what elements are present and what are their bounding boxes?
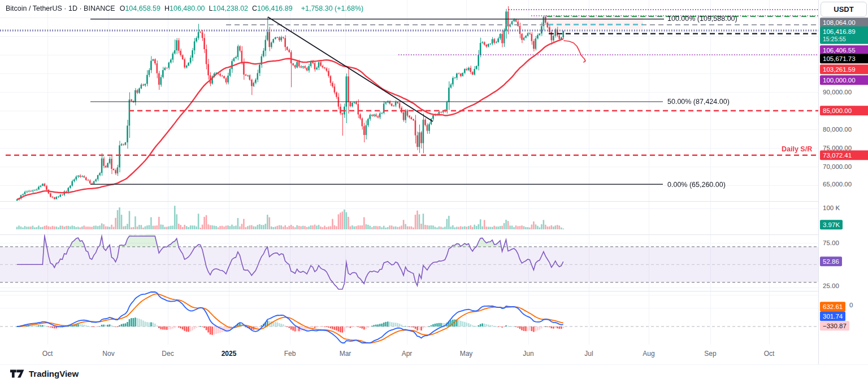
axis-label: 90,000.00 (823, 89, 852, 95)
tradingview-logo-text: TradingView (29, 369, 79, 378)
price-badge: 632.61 (820, 302, 845, 311)
ohlc-values: O104,658.59H106,480.00L104,238.02C106,41… (120, 5, 297, 12)
footer-bar: TradingView (0, 364, 868, 383)
price-badge: 3.97K (820, 220, 843, 229)
axis-label: 100 K (823, 204, 840, 211)
tradingview-chart-window: Bitcoin / TetherUS · 1D · BINANCE O104,6… (0, 0, 868, 383)
fib-level-label: 0.00% (65,260.00) (667, 181, 726, 189)
time-axis-label: Aug (643, 350, 654, 358)
time-axis-label: 2025 (222, 350, 237, 358)
axis-label: 80,000.00 (823, 126, 852, 133)
axis-label: 25.00 (823, 282, 839, 289)
ohlc-item: C106,416.89 (252, 5, 293, 12)
symbol-title[interactable]: Bitcoin / TetherUS · 1D · BINANCE (6, 5, 115, 12)
time-axis-label: Nov (102, 350, 114, 358)
price-badge: 301.74 (820, 311, 845, 321)
time-axis-label: Apr (402, 350, 413, 358)
ohlc-item: O104,658.59 (120, 5, 160, 12)
time-axis-label: Mar (340, 350, 351, 358)
time-axis-label: Oct (42, 350, 53, 358)
chart-canvas[interactable] (0, 0, 868, 383)
time-axis-label: Oct (764, 350, 775, 358)
exchange-label: BINANCE (84, 5, 115, 12)
price-badge: 106,416.8915:25:55 (820, 27, 868, 44)
time-axis-label: Dec (162, 350, 173, 358)
time-axis-label: Jun (523, 350, 533, 358)
price-badge: 52.86 (820, 256, 842, 266)
ohlc-item: H106,480.00 (164, 5, 205, 12)
price-badge: −330.87 (820, 321, 849, 330)
axis-label: 0 (849, 302, 853, 308)
price-badge: 100,000.00 (820, 75, 868, 85)
fib-level-label: 100.00% (109,588.00) (667, 15, 737, 23)
price-scale[interactable]: 90,000.0080,000.0075,000.0070,000.0065,0… (818, 0, 868, 364)
tradingview-logo-icon (10, 369, 25, 378)
axis-label: 70,000.00 (823, 163, 852, 170)
daily-sr-label: Daily S/R (782, 145, 812, 153)
tradingview-logo[interactable]: TradingView (10, 369, 79, 378)
currency-toggle-button[interactable]: USDT (821, 2, 867, 17)
ohlc-item: L104,238.02 (209, 5, 249, 12)
price-badge: 103,261.59 (820, 64, 868, 74)
fib-level-label: 50.00% (87,424.00) (667, 98, 730, 106)
price-badge: 105,671.73 (820, 54, 868, 63)
axis-label: 75.00 (823, 240, 839, 246)
chart-legend: Bitcoin / TetherUS · 1D · BINANCE O104,6… (6, 5, 363, 12)
axis-label: 65,000.00 (823, 181, 852, 188)
time-axis-label: May (460, 350, 473, 358)
symbol-name: Bitcoin / TetherUS (6, 5, 62, 12)
time-axis-label: Sep (704, 350, 716, 358)
change-value: +1,758.30 (+1.68%) (301, 5, 364, 12)
price-badge: 73,072.41 (820, 150, 868, 160)
price-badge: 85,000.00 (820, 106, 868, 115)
interval-label: 1D (68, 5, 77, 12)
time-scale[interactable]: OctNovDec2025FebMarAprMayJunJulAugSepOct (0, 345, 818, 364)
time-axis-label: Jul (584, 350, 593, 358)
time-axis-label: Feb (284, 350, 296, 358)
